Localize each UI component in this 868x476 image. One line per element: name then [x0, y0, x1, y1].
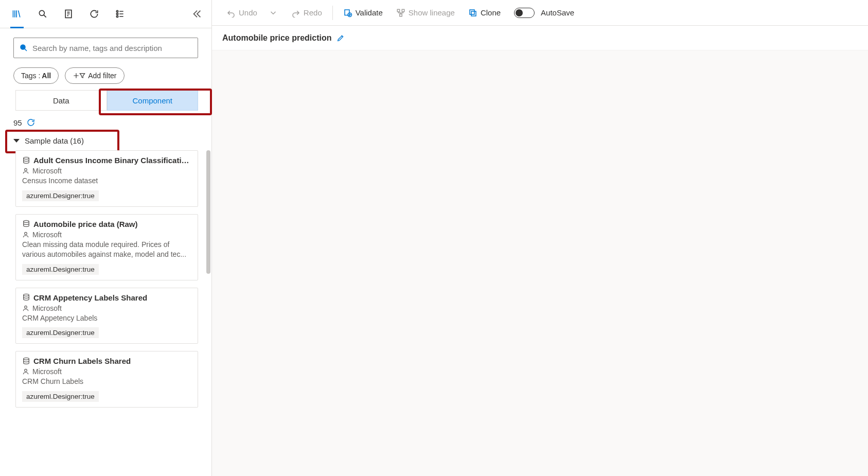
- card-author: Microsoft: [32, 304, 62, 312]
- library-tab-icon[interactable]: [4, 0, 30, 28]
- svg-rect-14: [345, 10, 349, 15]
- show-lineage-button[interactable]: Show lineage: [391, 5, 460, 21]
- refresh-count-icon[interactable]: [26, 118, 36, 127]
- person-icon: [22, 167, 29, 174]
- pipeline-title: Automobile price prediction: [222, 33, 331, 43]
- asset-card[interactable]: CRM Churn Labels Shared Microsoft CRM Ch…: [15, 351, 198, 408]
- scrollbar-thumb[interactable]: [206, 150, 210, 274]
- card-title: CRM Appetency Labels Shared: [33, 293, 191, 302]
- item-count: 95: [13, 118, 22, 127]
- svg-rect-17: [402, 9, 404, 12]
- refresh-tab-icon[interactable]: [81, 0, 107, 28]
- svg-point-12: [24, 358, 29, 360]
- redo-icon: [291, 8, 300, 17]
- clone-label: Clone: [481, 8, 501, 17]
- collapse-panel-button[interactable]: [187, 4, 207, 24]
- search-box[interactable]: [13, 38, 198, 58]
- svg-point-0: [39, 10, 44, 15]
- toolbar-separator: [332, 6, 333, 20]
- left-panel: Tags : All Add filter Data Component 95 …: [0, 0, 212, 476]
- count-row: 95: [0, 111, 211, 131]
- card-description: Clean missing data module required. Pric…: [22, 240, 191, 260]
- top-icon-bar: [0, 0, 211, 28]
- svg-point-10: [24, 294, 29, 296]
- filter-icon: [79, 72, 86, 79]
- validate-button[interactable]: Validate: [338, 5, 388, 21]
- add-filter-pill[interactable]: Add filter: [65, 67, 124, 84]
- settings-list-tab-icon[interactable]: [107, 0, 133, 28]
- redo-label: Redo: [304, 8, 322, 17]
- tags-pill[interactable]: Tags : All: [13, 67, 59, 84]
- show-lineage-label: Show lineage: [409, 8, 455, 17]
- notes-tab-icon[interactable]: [56, 0, 81, 28]
- filters-row: Tags : All Add filter: [0, 63, 211, 90]
- autosave-toggle[interactable]: AutoSave: [509, 5, 579, 21]
- card-title: Automobile price data (Raw): [33, 220, 191, 228]
- card-description: CRM Churn Labels: [22, 377, 191, 387]
- svg-point-5: [21, 45, 25, 49]
- undo-icon: [226, 8, 236, 17]
- chevron-down-icon: [13, 139, 20, 143]
- validate-label: Validate: [356, 8, 383, 17]
- svg-point-13: [25, 369, 27, 372]
- dataset-icon: [22, 293, 30, 302]
- pipeline-title-row: Automobile price prediction: [212, 26, 868, 50]
- asset-card[interactable]: Automobile price data (Raw) Microsoft Cl…: [15, 214, 198, 280]
- card-title: CRM Churn Labels Shared: [33, 357, 191, 365]
- svg-point-8: [24, 220, 29, 222]
- right-area: Undo Redo Validate Show lineage Clone Au…: [212, 0, 868, 476]
- undo-label: Undo: [239, 8, 257, 17]
- card-description: CRM Appetency Labels: [22, 313, 191, 324]
- tab-component[interactable]: Component: [107, 90, 199, 111]
- svg-rect-20: [471, 11, 476, 16]
- svg-point-3: [116, 13, 118, 14]
- card-author: Microsoft: [32, 231, 62, 239]
- card-tag: azureml.Designer:true: [22, 327, 99, 338]
- person-icon: [22, 231, 29, 238]
- top-toolbar: Undo Redo Validate Show lineage Clone Au…: [212, 0, 868, 26]
- redo-button[interactable]: Redo: [286, 5, 327, 21]
- svg-point-4: [116, 15, 118, 17]
- asset-list: Adult Census Income Binary Classificatio…: [0, 150, 211, 476]
- lineage-icon: [396, 8, 405, 17]
- edit-icon[interactable]: [336, 34, 345, 42]
- search-tab-icon[interactable]: [30, 0, 56, 28]
- card-author: Microsoft: [32, 167, 62, 175]
- search-icon: [19, 43, 28, 52]
- dataset-icon: [22, 156, 30, 165]
- svg-point-7: [25, 168, 27, 171]
- card-title: Adult Census Income Binary Classificatio…: [33, 156, 191, 165]
- chevron-down-icon: [269, 8, 278, 17]
- validate-icon: [343, 8, 352, 17]
- svg-point-9: [25, 232, 27, 235]
- tags-pill-value: All: [42, 72, 51, 80]
- person-icon: [22, 368, 29, 375]
- card-tag: azureml.Designer:true: [22, 391, 99, 402]
- dataset-icon: [22, 220, 30, 228]
- search-row: [0, 28, 211, 63]
- tabs-row: Data Component: [0, 90, 211, 111]
- section-header-sample-data[interactable]: Sample data (16): [0, 131, 211, 150]
- person-icon: [22, 305, 29, 312]
- clone-button[interactable]: Clone: [463, 5, 506, 21]
- svg-rect-18: [400, 14, 402, 16]
- asset-card[interactable]: Adult Census Income Binary Classificatio…: [15, 150, 198, 207]
- section-name: Sample data: [25, 136, 68, 145]
- svg-rect-16: [397, 9, 400, 12]
- search-input[interactable]: [32, 44, 192, 52]
- pipeline-canvas[interactable]: [212, 50, 868, 476]
- svg-rect-19: [470, 10, 474, 14]
- svg-point-6: [24, 157, 29, 159]
- tab-data[interactable]: Data: [15, 90, 107, 111]
- clone-icon: [468, 8, 477, 17]
- undo-button[interactable]: Undo: [221, 5, 262, 21]
- card-description: Census Income dataset: [22, 176, 191, 186]
- card-tag: azureml.Designer:true: [22, 190, 99, 201]
- section-count: (16): [70, 136, 84, 145]
- toggle-switch[interactable]: [514, 8, 535, 18]
- asset-card[interactable]: CRM Appetency Labels Shared Microsoft CR…: [15, 288, 198, 344]
- tags-pill-prefix: Tags :: [21, 72, 40, 80]
- autosave-label: AutoSave: [541, 8, 574, 17]
- card-tag: azureml.Designer:true: [22, 264, 99, 275]
- undo-dropdown[interactable]: [263, 5, 283, 21]
